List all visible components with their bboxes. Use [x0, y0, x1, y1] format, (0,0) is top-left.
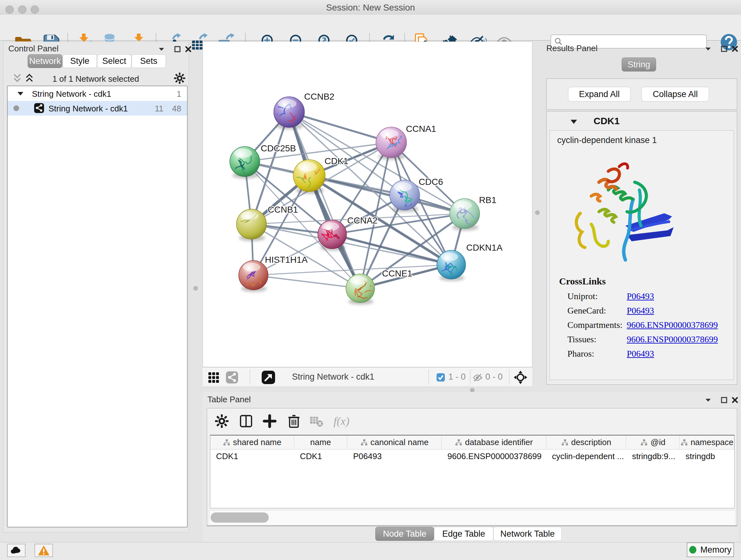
warnings-button[interactable] [35, 544, 53, 557]
scrollbar-thumb[interactable] [211, 512, 269, 523]
delete-column-button[interactable] [286, 414, 301, 428]
toolbar-separator [428, 369, 429, 385]
table-cell[interactable]: stringdb [680, 449, 734, 463]
node-label-CDKN1A: CDKN1A [466, 243, 502, 253]
network-view[interactable]: CCNB2CCNA1CDC25BCDK1CDC6RB1CCNB1CCNA2CDK… [203, 42, 532, 367]
expand-all-tree-icon[interactable] [24, 73, 35, 83]
tab-style[interactable]: Style [63, 54, 97, 68]
splitter-handle[interactable] [535, 210, 540, 215]
crosslink-link[interactable]: 9606.ENSP00000378699 [627, 334, 718, 345]
tab-sets[interactable]: Sets [131, 54, 166, 68]
column-header-label: canonical name [370, 437, 428, 447]
crosslink-label: Pharos: [567, 349, 594, 359]
table-cell[interactable]: P06493 [347, 449, 442, 463]
table-cell[interactable]: stringdb:9... [626, 449, 680, 463]
network-node-CDC25B[interactable] [230, 146, 260, 179]
network-row-label: String Network - cdk1 [49, 104, 128, 114]
collapse-all-tree-icon[interactable] [12, 73, 22, 83]
node-label-CDC6: CDC6 [419, 177, 443, 187]
table-cell[interactable]: CDK1 [294, 449, 347, 463]
network-node-CDKN1A[interactable] [437, 250, 466, 281]
column-header-canonical-name[interactable]: canonical name [347, 435, 442, 449]
panel-float-icon[interactable] [704, 45, 712, 53]
show-columns-button[interactable] [239, 414, 253, 428]
shared-column-icon [223, 439, 230, 446]
fit-selected-crosshair-icon[interactable] [514, 370, 528, 384]
memory-status-dot [689, 546, 696, 554]
table-cell[interactable]: cyclin-dependent ... [546, 449, 626, 463]
column-header-namespace[interactable]: namespace [680, 435, 734, 449]
table-cell[interactable]: 9606.ENSP00000378699 [442, 449, 546, 463]
selected-checkbox-icon[interactable] [436, 373, 445, 382]
crosslink-link[interactable]: P06493 [627, 349, 654, 359]
table-cell[interactable]: CDK1 [210, 449, 294, 463]
node-label-CCNA2: CCNA2 [347, 215, 378, 226]
panel-float-icon[interactable] [157, 45, 165, 53]
network-options-gear-icon[interactable] [174, 72, 186, 84]
table-row[interactable]: CDK1CDK1P064939606.ENSP00000378699cyclin… [210, 449, 734, 463]
network-edge-count: 48 [172, 104, 181, 114]
cloud-status-button[interactable] [7, 544, 25, 557]
node-label-CCNB1: CCNB1 [268, 205, 298, 214]
tab-edge-table[interactable]: Edge Table [434, 527, 493, 541]
crosslink-link[interactable]: P06493 [627, 291, 654, 301]
horizontal-scrollbar[interactable] [210, 510, 735, 524]
network-row[interactable]: String Network - cdk1 11 48 [8, 101, 187, 116]
table-options-gear-button[interactable] [214, 414, 229, 428]
tab-string-label: String [628, 60, 650, 70]
panel-maximize-icon[interactable] [720, 45, 728, 53]
column-header-name[interactable]: name [294, 435, 347, 449]
node-table: shared namenamecanonical namedatabase id… [210, 435, 735, 508]
panel-close-icon[interactable] [184, 45, 192, 53]
tree-expander-icon[interactable] [17, 91, 24, 97]
collapse-all-button[interactable]: Collapse All [642, 87, 709, 102]
network-node-CDK1[interactable] [283, 160, 325, 194]
panel-maximize-icon[interactable] [720, 396, 728, 404]
crosslink-link[interactable]: P06493 [627, 306, 654, 316]
delete-table-button[interactable] [309, 414, 324, 428]
table-header-row: shared namenamecanonical namedatabase id… [210, 435, 734, 449]
network-node-CCNA2[interactable] [318, 220, 347, 251]
network-collection-row[interactable]: String Network - cdk1 1 [8, 86, 187, 101]
expand-all-label: Expand All [579, 89, 620, 99]
network-view-type-icon[interactable] [226, 371, 239, 384]
network-node-CCNA1[interactable] [376, 127, 407, 160]
panel-close-icon[interactable] [731, 45, 739, 53]
birds-eye-view-icon[interactable] [261, 370, 275, 384]
tab-node-table[interactable]: Node Table [375, 527, 434, 541]
network-node-CCNB2[interactable] [273, 97, 305, 131]
panel-close-icon[interactable] [731, 396, 739, 404]
column-header--id[interactable]: @id [626, 435, 680, 449]
column-header-label: shared name [233, 437, 281, 447]
function-builder-button[interactable]: f(x) [333, 415, 349, 428]
tab-string[interactable]: String [622, 57, 656, 71]
network-node-HIST1H1A[interactable] [239, 260, 273, 292]
tab-network-table[interactable]: Network Table [493, 527, 562, 541]
column-header-database-identifier[interactable]: database identifier [442, 435, 546, 449]
node-label-CCNE1: CCNE1 [382, 268, 412, 278]
splitter-handle[interactable] [193, 286, 198, 291]
panel-float-icon[interactable] [704, 396, 712, 404]
tab-select[interactable]: Select [97, 54, 131, 68]
toolbar-separator [470, 369, 470, 385]
grid-view-icon[interactable] [208, 372, 219, 383]
network-node-CDC6[interactable] [390, 180, 420, 212]
network-node-CCNE1[interactable] [346, 274, 375, 305]
network-node-RB1[interactable] [450, 199, 480, 231]
splitter-handle[interactable] [470, 388, 475, 392]
column-header-description[interactable]: description [546, 435, 626, 449]
network-node-CCNB1[interactable] [237, 209, 266, 241]
network-canvas[interactable]: CCNB2CCNA1CDC25BCDK1CDC6RB1CCNB1CCNA2CDK… [203, 42, 532, 367]
network-selection-status: 1 of 1 Network selected [38, 74, 153, 84]
network-edge-HIST1H1A-CCNE1[interactable] [253, 275, 360, 288]
expand-all-button[interactable]: Expand All [568, 87, 630, 102]
tab-network-table-label: Network Table [500, 529, 555, 539]
crosslink-link[interactable]: 9606.ENSP00000378699 [627, 320, 718, 330]
tab-network[interactable]: Network [27, 54, 63, 68]
panel-maximize-icon[interactable] [173, 45, 182, 53]
column-header-shared-name[interactable]: shared name [210, 435, 294, 449]
collection-count: 1 [177, 89, 181, 99]
memory-button[interactable]: Memory [687, 543, 734, 557]
protein-expander-icon[interactable] [569, 118, 578, 126]
add-column-button[interactable] [262, 414, 277, 428]
